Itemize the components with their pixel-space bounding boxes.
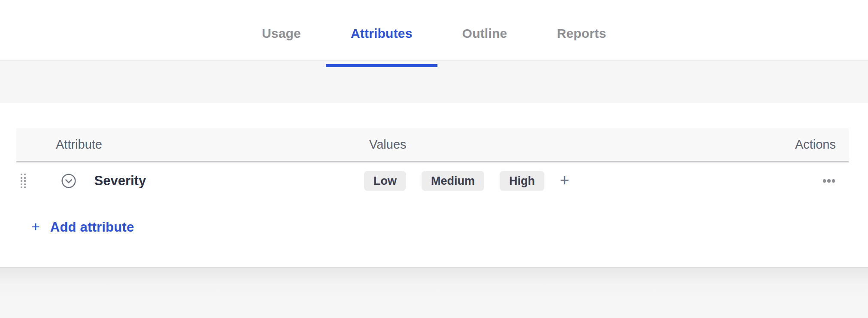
- footer-band: [0, 267, 868, 318]
- actions-cell: [822, 177, 849, 185]
- tab-outline-label: Outline: [462, 26, 507, 41]
- tab-usage[interactable]: Usage: [237, 7, 326, 60]
- value-chip[interactable]: Medium: [422, 171, 484, 191]
- value-chip[interactable]: High: [500, 171, 544, 191]
- chevron-down-circle-icon[interactable]: [61, 173, 76, 189]
- more-actions-icon[interactable]: [822, 177, 836, 185]
- tab-bar: Usage Attributes Outline Reports: [0, 0, 868, 60]
- value-chip[interactable]: Low: [364, 171, 406, 191]
- attribute-name: Severity: [94, 173, 146, 189]
- add-attribute-button[interactable]: + Add attribute: [16, 212, 134, 242]
- tab-usage-label: Usage: [262, 26, 301, 41]
- add-value-button[interactable]: +: [560, 172, 569, 190]
- tab-attributes-label: Attributes: [351, 26, 413, 41]
- column-header-actions: Actions: [795, 138, 849, 152]
- tab-outline[interactable]: Outline: [437, 7, 532, 60]
- add-attribute-label: Add attribute: [50, 220, 134, 235]
- values-cell: Low Medium High +: [364, 171, 822, 191]
- table-row: Severity Low Medium High +: [16, 162, 849, 199]
- tab-group: Usage Attributes Outline Reports: [237, 0, 631, 60]
- tab-attributes[interactable]: Attributes: [326, 7, 437, 60]
- plus-icon: +: [31, 219, 40, 235]
- tab-reports-label: Reports: [557, 26, 606, 41]
- attributes-table: Attribute Values Actions Severity: [16, 128, 849, 242]
- attribute-cell: Severity: [16, 173, 364, 189]
- table-header-row: Attribute Values Actions: [16, 128, 849, 162]
- column-header-values: Values: [364, 138, 795, 152]
- drag-handle-icon[interactable]: [21, 174, 26, 188]
- column-header-attribute: Attribute: [16, 138, 364, 152]
- attributes-panel: Attribute Values Actions Severity: [0, 103, 868, 267]
- tab-reports[interactable]: Reports: [532, 7, 631, 60]
